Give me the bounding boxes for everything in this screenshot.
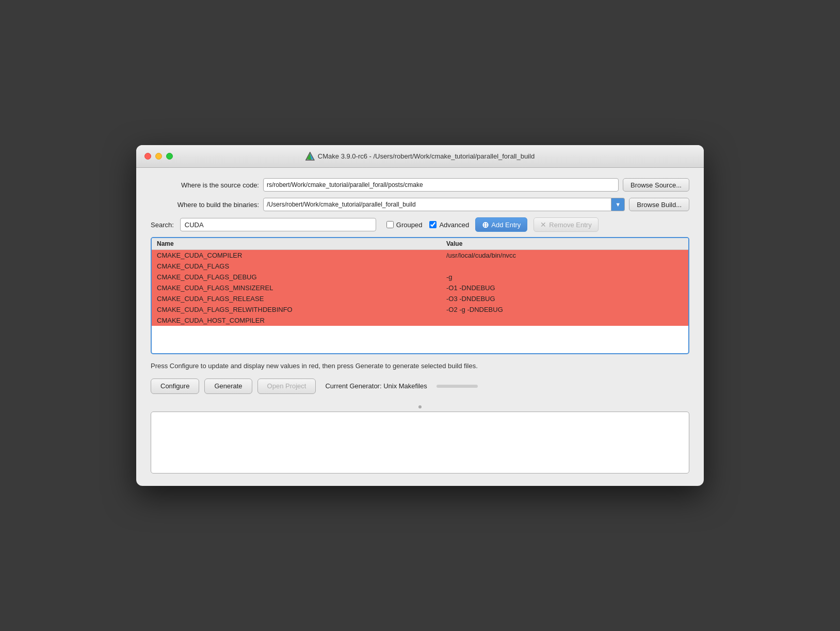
build-dropdown-button[interactable]: ▼ (611, 198, 625, 211)
minimize-button[interactable] (155, 153, 162, 160)
checkbox-group: Grouped Advanced (386, 221, 469, 229)
search-input[interactable] (180, 218, 376, 231)
cmake-table: Name Value CMAKE_CUDA_COMPILER /usr/loca… (151, 237, 689, 354)
cell-name: CMAKE_CUDA_FLAGS_MINSIZEREL (157, 284, 446, 292)
build-input[interactable] (263, 198, 611, 211)
col-value-header: Value (446, 240, 683, 247)
generate-button[interactable]: Generate (204, 378, 252, 394)
cmake-window: CMake 3.9.0-rc6 - /Users/robert/Work/cma… (136, 145, 704, 485)
table-row[interactable]: CMAKE_CUDA_COMPILER /usr/local/cuda/bin/… (152, 250, 688, 261)
cmake-icon (305, 152, 315, 161)
bottom-row: Configure Generate Open Project Current … (151, 378, 689, 394)
col-name-header: Name (157, 240, 446, 247)
build-label: Where to build the binaries: (151, 201, 259, 209)
close-button[interactable] (144, 153, 151, 160)
dropdown-arrow-icon: ▼ (615, 201, 621, 208)
add-entry-icon: ⊕ (482, 220, 489, 230)
cell-value: -O3 -DNDEBUG (446, 295, 683, 303)
table-row[interactable]: CMAKE_CUDA_FLAGS_RELWITHDEBINFO -O2 -g -… (152, 304, 688, 315)
table-header: Name Value (152, 238, 688, 250)
titlebar-title: CMake 3.9.0-rc6 - /Users/robert/Work/cma… (305, 152, 535, 161)
source-label: Where is the source code: (151, 181, 259, 189)
table-body: CMAKE_CUDA_COMPILER /usr/local/cuda/bin/… (152, 250, 688, 353)
add-entry-button[interactable]: ⊕ Add Entry (475, 217, 527, 232)
table-row[interactable]: CMAKE_CUDA_HOST_COMPILER (152, 315, 688, 326)
cell-name: CMAKE_CUDA_FLAGS (157, 262, 446, 270)
log-area[interactable] (151, 412, 689, 474)
open-project-button[interactable]: Open Project (257, 378, 316, 394)
advanced-label: Advanced (439, 221, 469, 229)
cell-name: CMAKE_CUDA_FLAGS_RELEASE (157, 295, 446, 303)
configure-button[interactable]: Configure (151, 378, 199, 394)
remove-entry-icon: ✕ (540, 220, 546, 229)
grouped-checkbox[interactable] (386, 221, 394, 228)
hint-text: Press Configure to update and display ne… (151, 361, 689, 371)
advanced-checkbox[interactable] (429, 221, 437, 228)
remove-entry-label: Remove Entry (549, 221, 591, 229)
search-label: Search: (151, 221, 174, 229)
cell-name: CMAKE_CUDA_FLAGS_DEBUG (157, 273, 446, 281)
window-title: CMake 3.9.0-rc6 - /Users/robert/Work/cma… (318, 152, 535, 160)
cell-value (446, 317, 683, 324)
source-row: Where is the source code: Browse Source.… (151, 178, 689, 192)
advanced-checkbox-item: Advanced (429, 221, 469, 229)
build-row: Where to build the binaries: ▼ Browse Bu… (151, 198, 689, 211)
cell-name: CMAKE_CUDA_COMPILER (157, 251, 446, 259)
cell-value: /usr/local/cuda/bin/nvcc (446, 251, 683, 259)
titlebar: CMake 3.9.0-rc6 - /Users/robert/Work/cma… (136, 145, 704, 168)
maximize-button[interactable] (166, 153, 173, 160)
table-row-empty (152, 326, 688, 341)
table-row[interactable]: CMAKE_CUDA_FLAGS_RELEASE -O3 -DNDEBUG (152, 293, 688, 304)
traffic-lights (144, 153, 173, 160)
main-content: Where is the source code: Browse Source.… (136, 168, 704, 485)
cell-value (446, 262, 683, 270)
generator-label: Current Generator: Unix Makefiles (325, 382, 427, 390)
browse-build-button[interactable]: Browse Build... (629, 198, 689, 211)
grouped-label: Grouped (396, 221, 423, 229)
search-row: Search: Grouped Advanced ⊕ Add Entry ✕ R… (151, 217, 689, 232)
scrollbar-indicator (151, 401, 689, 411)
browse-source-button[interactable]: Browse Source... (623, 178, 689, 192)
table-row[interactable]: CMAKE_CUDA_FLAGS_MINSIZEREL -O1 -DNDEBUG (152, 282, 688, 293)
add-entry-label: Add Entry (491, 221, 521, 229)
cell-name: CMAKE_CUDA_HOST_COMPILER (157, 317, 446, 324)
remove-entry-button[interactable]: ✕ Remove Entry (534, 217, 598, 232)
scrollbar-dot (418, 405, 422, 408)
cell-value: -g (446, 273, 683, 281)
source-input[interactable] (263, 178, 619, 192)
cell-value: -O1 -DNDEBUG (446, 284, 683, 292)
table-row[interactable]: CMAKE_CUDA_FLAGS_DEBUG -g (152, 272, 688, 282)
cell-value: -O2 -g -DNDEBUG (446, 306, 683, 313)
build-input-wrapper: ▼ (263, 198, 625, 211)
generator-slider (437, 385, 478, 388)
cell-name: CMAKE_CUDA_FLAGS_RELWITHDEBINFO (157, 306, 446, 313)
table-row[interactable]: CMAKE_CUDA_FLAGS (152, 261, 688, 272)
grouped-checkbox-item: Grouped (386, 221, 423, 229)
